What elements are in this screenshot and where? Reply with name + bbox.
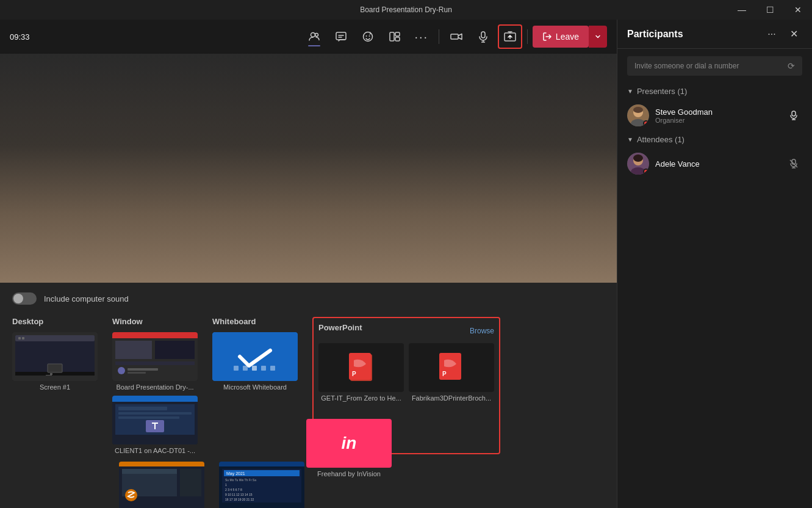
include-sound-toggle[interactable]	[12, 292, 37, 305]
toolbar-separator-2	[527, 29, 528, 44]
attendees-section-header[interactable]: ▼ Attendees (1)	[617, 131, 812, 148]
invision-thumbnail-item[interactable]: in Freehand by InVision	[306, 419, 392, 477]
invision-thumb-visual: in	[306, 419, 392, 468]
participant-adele-vance: Adele Vance	[617, 148, 812, 180]
svg-text:16 17 18 19 20 21 22: 16 17 18 19 20 21 22	[225, 498, 254, 501]
panel-more-button[interactable]: ···	[763, 26, 780, 43]
svg-rect-45	[128, 368, 158, 371]
svg-text:1: 1	[225, 483, 227, 487]
presenters-section-header[interactable]: ▼ Presenters (1)	[617, 83, 812, 100]
svg-rect-51	[118, 412, 192, 415]
video-feed	[0, 54, 617, 283]
svg-line-28	[0, 71, 123, 83]
svg-point-4	[365, 35, 367, 37]
view-button[interactable]	[383, 24, 407, 49]
participants-button[interactable]	[302, 24, 326, 49]
ppt-file-1-thumb: P	[318, 343, 404, 392]
svg-rect-16	[123, 77, 370, 82]
steve-goodman-mic-icon[interactable]	[785, 107, 802, 124]
snagit-thumbnail[interactable]: Snagit Editor - [Jan 11, 2...	[119, 462, 204, 508]
powerpoint-grid: P GET-IT_From Zero to He... P	[318, 343, 494, 402]
calendar-thumbnail[interactable]: May 2021 Su Mo Tu We Th Fr Sa 1 2 3 4 5 …	[219, 462, 304, 508]
chat-button[interactable]	[329, 24, 353, 49]
whiteboard-section-title: Whiteboard	[212, 317, 298, 326]
svg-rect-24	[0, 176, 309, 283]
dial-icon[interactable]: ⟳	[788, 61, 795, 71]
toolbar-separator	[439, 29, 439, 44]
svg-rect-13	[0, 54, 617, 283]
whiteboard-label: Microsoft Whiteboard	[223, 383, 287, 391]
presenters-chevron-icon: ▼	[627, 88, 633, 95]
maximize-button[interactable]: ☐	[756, 0, 784, 20]
invite-text: Invite someone or dial a number	[634, 62, 739, 70]
svg-text:9 10 11 12 13 14 15: 9 10 11 12 13 14 15	[225, 493, 253, 496]
main-layout: 09:33	[0, 20, 812, 508]
board-window-thumbnail[interactable]: Board Presentation Dry-...	[112, 332, 198, 391]
whiteboard-thumbnail[interactable]: Microsoft Whiteboard	[212, 332, 298, 391]
svg-text:2  3  4  5  6  7  8: 2 3 4 5 6 7 8	[225, 488, 242, 492]
svg-point-84	[633, 107, 643, 113]
client1-window-thumbnail[interactable]: CLIENT1 on AAC-DT01 -...	[112, 396, 198, 454]
screen-thumbnail[interactable]: Screen #1	[12, 332, 98, 391]
minimize-button[interactable]: —	[728, 0, 756, 20]
ppt-file-2-label: Fabrikam3DPrinterBroch...	[412, 394, 491, 402]
screen-thumb-img	[12, 332, 98, 381]
svg-point-1	[315, 34, 318, 37]
screen-thumb-visual	[12, 332, 98, 381]
participants-panel: Participants ··· ✕ Invite someone or dia…	[617, 20, 812, 508]
svg-rect-2	[336, 32, 346, 40]
adele-vance-mic-icon[interactable]	[785, 155, 802, 172]
svg-rect-15	[123, 77, 370, 139]
browse-link[interactable]: Browse	[470, 327, 494, 335]
ppt-file-2-thumb: P	[409, 343, 494, 392]
svg-rect-7	[395, 32, 400, 36]
more-button[interactable]: ···	[409, 24, 434, 49]
leave-button[interactable]: Leave	[533, 26, 589, 48]
invite-bar[interactable]: Invite someone or dial a number ⟳	[627, 56, 802, 76]
reactions-button[interactable]	[356, 24, 380, 49]
steve-goodman-role: Organiser	[655, 117, 779, 124]
window-title: Board Presentation Dry-Run	[360, 5, 452, 14]
svg-rect-85	[792, 111, 796, 116]
svg-rect-38	[46, 375, 52, 376]
svg-rect-69	[180, 469, 201, 496]
svg-rect-27	[494, 151, 512, 164]
svg-line-29	[0, 102, 93, 108]
steve-goodman-name: Steve Goodman	[655, 107, 779, 117]
camera-button[interactable]	[444, 24, 469, 49]
svg-rect-72	[219, 462, 304, 466]
adele-vance-name: Adele Vance	[655, 159, 779, 169]
svg-rect-42	[155, 341, 195, 359]
svg-rect-18	[0, 90, 135, 133]
screen-label: Screen #1	[40, 383, 70, 391]
window-section-title: Window	[112, 317, 198, 326]
svg-rect-52	[118, 416, 179, 419]
svg-rect-55	[234, 366, 239, 371]
ppt-file-2-thumbnail[interactable]: P Fabrikam3DPrinterBroch...	[409, 343, 494, 402]
ppt-file-1-label: GET-IT_From Zero to He...	[321, 394, 401, 402]
panel-title: Participants	[627, 29, 683, 40]
panel-close-button[interactable]: ✕	[785, 26, 802, 43]
steve-goodman-status	[643, 120, 649, 126]
ppt-file-1-thumbnail[interactable]: P GET-IT_From Zero to He...	[318, 343, 404, 402]
svg-rect-21	[432, 65, 441, 132]
window-controls: — ☐ ✕	[728, 0, 812, 20]
steve-goodman-avatar	[627, 104, 649, 126]
svg-point-5	[368, 35, 370, 37]
time-display: 09:33	[10, 32, 30, 42]
mic-button[interactable]	[471, 24, 495, 49]
steve-goodman-actions	[785, 107, 802, 124]
svg-text:Su Mo Tu We Th Fr Sa: Su Mo Tu We Th Fr Sa	[225, 478, 256, 482]
powerpoint-section-title: PowerPoint	[318, 323, 362, 332]
attendees-chevron-icon: ▼	[627, 136, 633, 143]
svg-point-0	[311, 33, 315, 37]
adele-vance-avatar	[627, 153, 649, 175]
leave-dropdown-button[interactable]	[589, 26, 607, 48]
close-button[interactable]: ✕	[784, 0, 812, 20]
share-screen-button[interactable]	[498, 24, 522, 49]
client1-thumb-img	[112, 396, 198, 445]
svg-rect-17	[123, 134, 370, 139]
svg-rect-14	[0, 54, 617, 164]
svg-rect-58	[261, 366, 266, 371]
svg-rect-68	[122, 469, 177, 474]
